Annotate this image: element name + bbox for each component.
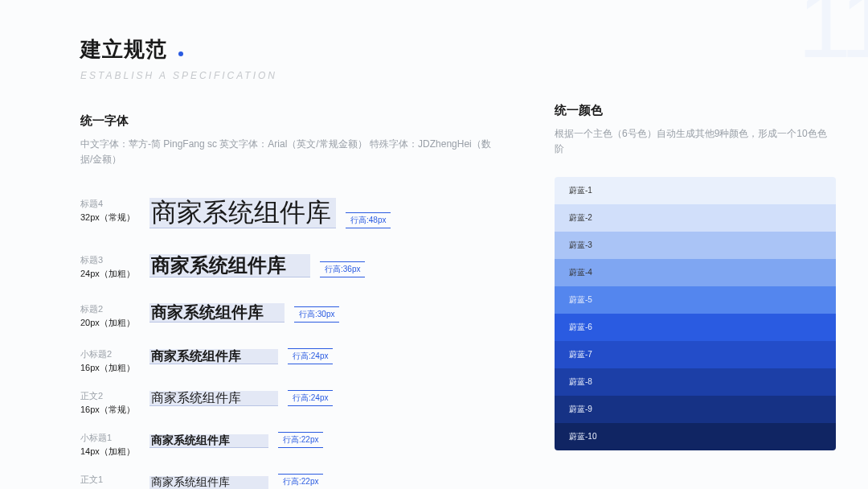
color-swatch: 蔚蓝-1 — [555, 177, 836, 204]
color-swatch: 蔚蓝-6 — [555, 314, 836, 341]
font-row-name: 正文1 — [80, 474, 143, 486]
font-row-meta: 14px（加粗） — [80, 446, 143, 458]
color-swatches: 蔚蓝-1蔚蓝-2蔚蓝-3蔚蓝-4蔚蓝-5蔚蓝-6蔚蓝-7蔚蓝-8蔚蓝-9蔚蓝-1… — [555, 177, 836, 450]
font-row-meta: 20px（加粗） — [80, 317, 143, 329]
font-row-meta: 32px（常规） — [80, 212, 143, 224]
font-row: 小标题114px（加粗）商家系统组件库行高:22px — [80, 432, 498, 448]
font-rows: 标题432px（常规）商家系统组件库行高:48px标题324px（加粗）商家系统… — [80, 198, 498, 489]
color-swatch: 蔚蓝-5 — [555, 286, 836, 314]
font-section-title: 统一字体 — [80, 113, 498, 129]
font-sample: 商家系统组件库 — [149, 198, 336, 228]
font-sample: 商家系统组件库 — [149, 476, 268, 489]
line-height-badge: 行高:22px — [278, 474, 323, 489]
font-row-name: 标题2 — [80, 303, 143, 315]
font-row: 正文114px（常规）商家系统组件库行高:22px — [80, 474, 498, 489]
font-row-meta: 16px（加粗） — [80, 362, 143, 374]
font-row-name: 小标题2 — [80, 348, 143, 360]
font-sample: 商家系统组件库 — [149, 434, 268, 448]
line-height-badge: 行高:36px — [320, 261, 365, 277]
font-row: 正文216px（常规）商家系统组件库行高:24px — [80, 390, 498, 406]
font-sample: 商家系统组件库 — [149, 391, 278, 406]
font-row-name: 标题3 — [80, 254, 143, 266]
bg-decoration: 11 — [798, 0, 868, 79]
font-sample: 商家系统组件库 — [149, 303, 285, 323]
font-row-name: 小标题1 — [80, 432, 143, 444]
color-section-desc: 根据一个主色（6号色）自动生成其他9种颜色，形成一个10色色阶 — [555, 126, 836, 157]
font-row-sample-wrap: 商家系统组件库行高:36px — [149, 254, 498, 277]
font-row-sample-wrap: 商家系统组件库行高:30px — [149, 303, 498, 323]
page-subtitle: ESTABLISH A SPECIFICATION — [80, 70, 498, 81]
font-row-sample-wrap: 商家系统组件库行高:24px — [149, 390, 498, 406]
line-height-badge: 行高:30px — [294, 306, 339, 323]
color-swatch: 蔚蓝-7 — [555, 341, 836, 368]
color-section: 统一颜色 根据一个主色（6号色）自动生成其他9种颜色，形成一个10色色阶 蔚蓝-… — [555, 103, 836, 450]
font-row: 标题324px（加粗）商家系统组件库行高:36px — [80, 254, 498, 277]
font-section: 建立规范 ESTABLISH A SPECIFICATION 统一字体 中文字体… — [80, 35, 498, 489]
font-row: 标题432px（常规）商家系统组件库行高:48px — [80, 198, 498, 228]
font-row: 小标题216px（加粗）商家系统组件库行高:24px — [80, 348, 498, 364]
font-row-name: 正文2 — [80, 390, 143, 402]
color-swatch: 蔚蓝-8 — [555, 368, 836, 396]
font-row-label: 标题432px（常规） — [80, 198, 143, 224]
line-height-badge: 行高:48px — [346, 212, 391, 228]
font-sample: 商家系统组件库 — [149, 349, 278, 364]
page-title: 建立规范 — [80, 35, 498, 64]
color-swatch: 蔚蓝-4 — [555, 259, 836, 286]
line-height-badge: 行高:24px — [288, 348, 333, 364]
line-height-badge: 行高:24px — [288, 390, 333, 406]
color-swatch: 蔚蓝-10 — [555, 423, 836, 450]
font-row-label: 标题324px（加粗） — [80, 254, 143, 280]
color-section-title: 统一颜色 — [555, 103, 836, 118]
font-row-name: 标题4 — [80, 198, 143, 210]
page-title-text: 建立规范 — [80, 37, 167, 61]
font-row-label: 小标题114px（加粗） — [80, 432, 143, 458]
font-row-label: 标题220px（加粗） — [80, 303, 143, 329]
font-row-label: 小标题216px（加粗） — [80, 348, 143, 374]
font-row-meta: 16px（常规） — [80, 404, 143, 416]
color-swatch: 蔚蓝-2 — [555, 204, 836, 232]
font-row-sample-wrap: 商家系统组件库行高:24px — [149, 348, 498, 364]
font-row-label: 正文216px（常规） — [80, 390, 143, 416]
line-height-badge: 行高:22px — [278, 432, 323, 448]
color-swatch: 蔚蓝-3 — [555, 232, 836, 259]
font-row-sample-wrap: 商家系统组件库行高:22px — [149, 474, 498, 489]
accent-dot-icon — [178, 51, 183, 56]
font-row-sample-wrap: 商家系统组件库行高:22px — [149, 432, 498, 448]
color-swatch: 蔚蓝-9 — [555, 396, 836, 423]
font-row-sample-wrap: 商家系统组件库行高:48px — [149, 198, 498, 228]
font-row: 标题220px（加粗）商家系统组件库行高:30px — [80, 303, 498, 323]
font-row-meta: 24px（加粗） — [80, 268, 143, 280]
font-section-desc: 中文字体：苹方-简 PingFang sc 英文字体：Arial（英文/常规金额… — [80, 137, 498, 167]
font-row-label: 正文114px（常规） — [80, 474, 143, 489]
font-sample: 商家系统组件库 — [149, 254, 310, 277]
